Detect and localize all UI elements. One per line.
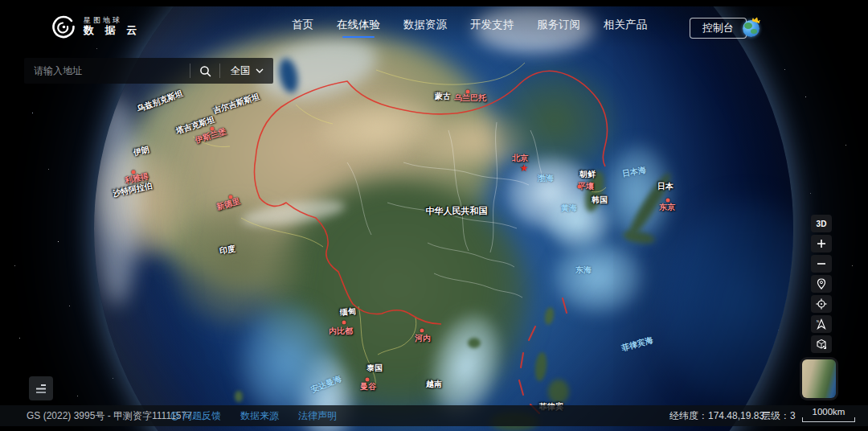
location-pin-button[interactable] — [811, 275, 832, 293]
brand-line2: 数 据 云 — [84, 25, 141, 37]
svg-text:N: N — [817, 319, 819, 323]
feedback-icon — [170, 412, 179, 421]
footer-links: 问题反馈数据来源法律声明 — [170, 409, 337, 423]
status-bar: GS (2022) 3995号 - 甲测资字11111577 问题反馈数据来源法… — [0, 405, 868, 426]
footer-link-feedback[interactable]: 问题反馈 — [170, 409, 221, 423]
level-label: 层级： — [761, 410, 790, 421]
main-nav: 首页在线体验数据资源开发支持服务订阅相关产品 — [291, 16, 648, 38]
nav-item-related-products[interactable]: 相关产品 — [603, 16, 648, 38]
compass-north-button[interactable]: N — [811, 315, 832, 333]
zoom-in-button[interactable] — [811, 235, 832, 252]
chevron-down-icon — [256, 68, 264, 73]
zoom-level-readout: 层级：3 — [761, 409, 796, 423]
coords-value: 174.48,19.83 — [708, 410, 764, 421]
legend-layers-button[interactable] — [29, 376, 53, 400]
locate-button[interactable] — [811, 295, 832, 313]
scale-bar: 1000km — [802, 407, 855, 422]
search-icon — [199, 65, 211, 77]
level-value: 3 — [790, 410, 796, 421]
minimap-thumbnail — [802, 359, 836, 398]
license-text: GS (2022) 3995号 - 甲测资字11111577 — [27, 409, 192, 423]
coordinates-readout: 经纬度：174.48,19.83 — [669, 409, 764, 423]
region-selector[interactable]: 全国 — [220, 58, 273, 84]
search-button[interactable] — [190, 58, 219, 84]
console-button[interactable]: 控制台 — [690, 18, 747, 39]
minimap[interactable] — [800, 357, 838, 400]
earth-mascot-icon[interactable] — [743, 18, 762, 37]
logo-icon — [50, 13, 77, 40]
scale-bracket — [802, 417, 855, 422]
footer-link-data-source[interactable]: 数据来源 — [240, 409, 279, 423]
scene-reset-button[interactable] — [811, 335, 832, 353]
nav-item-online-experience[interactable]: 在线体验 — [336, 16, 381, 38]
nav-item-dev-support[interactable]: 开发支持 — [469, 16, 514, 38]
coords-label: 经纬度： — [669, 410, 708, 421]
mascot-land — [744, 23, 752, 29]
search-input[interactable] — [24, 58, 190, 84]
zoom-out-button[interactable] — [811, 255, 832, 273]
footer-link-legal[interactable]: 法律声明 — [298, 409, 337, 423]
list-icon — [35, 383, 47, 394]
nav-item-service-subscription[interactable]: 服务订阅 — [536, 16, 581, 38]
top-letterbox — [0, 0, 868, 6]
nav-item-home[interactable]: 首页 — [291, 16, 314, 38]
view-3d-button[interactable]: 3D — [811, 215, 832, 232]
nav-item-data-resources[interactable]: 数据资源 — [403, 16, 448, 38]
map-toolbar: 3DN — [811, 215, 832, 353]
scale-value: 1000km — [802, 407, 855, 417]
brand-logo[interactable]: 星图地球 数 据 云 — [50, 13, 141, 40]
mascot-land2 — [751, 29, 757, 34]
top-navigation-bar: 星图地球 数 据 云 首页在线体验数据资源开发支持服务订阅相关产品 控制台 — [0, 6, 868, 48]
search-bar: 全国 — [24, 58, 273, 84]
region-selected-value: 全国 — [231, 64, 251, 78]
